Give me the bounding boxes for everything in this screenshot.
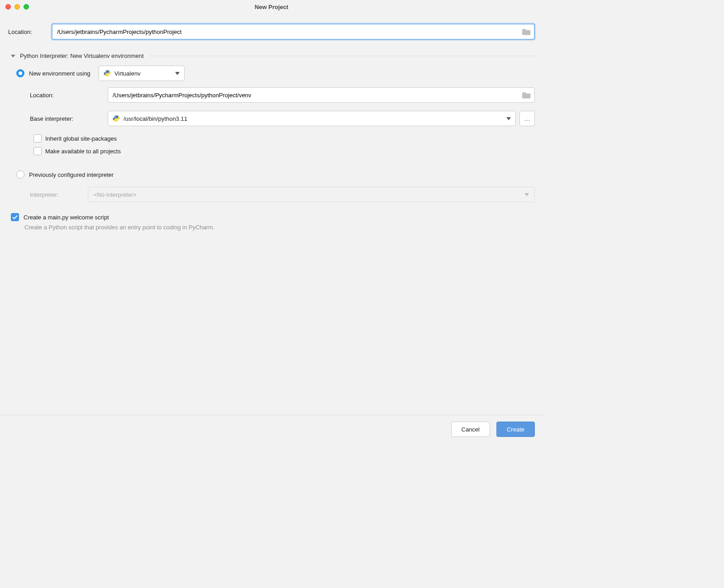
welcome-script-checkbox[interactable] [11,213,19,221]
prev-interpreter-value: <No interpreter> [94,191,524,198]
inherit-global-label: Inherit global site-packages [45,135,117,142]
python-icon [113,115,120,122]
prev-interpreter-dropdown[interactable]: <No interpreter> [88,187,535,202]
prev-interpreter-label: Interpreter: [30,191,88,198]
titlebar: New Project [0,0,543,14]
venv-location-input[interactable] [108,87,535,103]
browse-folder-icon[interactable] [522,28,531,35]
inherit-global-checkbox[interactable] [33,134,42,142]
section-toggle-chevron-icon[interactable] [11,55,15,57]
prev-env-radio-label: Previously configured interpreter [29,171,114,178]
new-env-radio[interactable] [16,69,24,77]
divider [148,56,535,56]
chevron-down-icon [175,72,180,75]
location-input[interactable] [52,24,535,40]
python-icon [104,70,111,77]
prev-env-radio[interactable] [16,171,24,179]
make-available-label: Make available to all projects [45,148,121,155]
create-button[interactable]: Create [496,422,535,437]
welcome-script-label: Create a main.py welcome script [24,214,109,221]
env-tool-value: Virtualenv [114,70,171,77]
new-env-radio-label: New environment using [29,70,90,77]
window-title: New Project [0,4,543,10]
base-interpreter-dropdown[interactable]: /usr/local/bin/python3.11 [108,111,516,126]
base-interpreter-value: /usr/local/bin/python3.11 [124,115,503,122]
base-interpreter-label: Base interpreter: [30,115,108,122]
venv-location-label: Location: [30,92,108,99]
env-tool-dropdown[interactable]: Virtualenv [99,66,185,81]
location-label: Location: [8,28,52,35]
browse-venv-folder-icon[interactable] [522,91,531,99]
welcome-script-description: Create a Python script that provides an … [24,224,535,231]
chevron-down-icon [524,193,529,196]
chevron-down-icon [506,117,511,120]
interpreter-section-label: Python Interpreter: New Virtualenv envir… [20,52,144,59]
browse-base-interpreter-button[interactable]: … [519,111,535,126]
cancel-button[interactable]: Cancel [451,422,490,437]
make-available-checkbox[interactable] [33,147,42,155]
